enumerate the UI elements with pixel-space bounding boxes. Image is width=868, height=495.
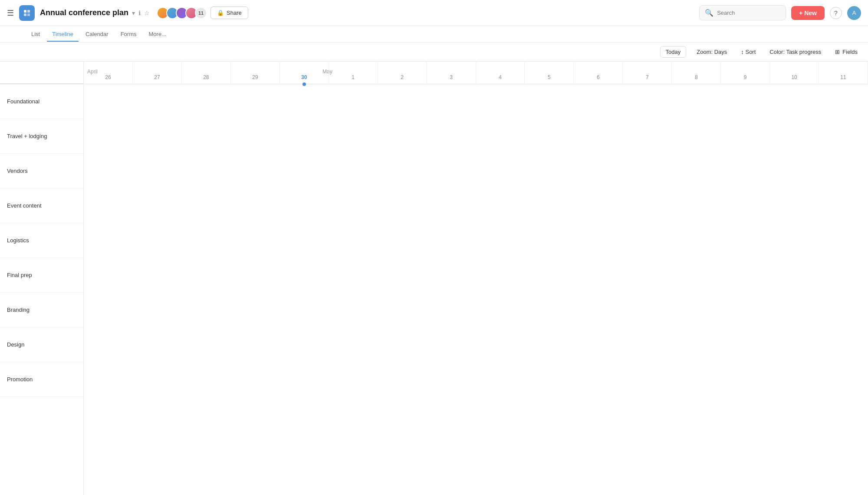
search-box[interactable]: 🔍 <box>699 5 786 20</box>
fields-button[interactable]: ⊞ Fields <box>832 47 861 57</box>
chevron-down-icon[interactable]: ▾ <box>132 10 135 16</box>
star-icon[interactable]: ☆ <box>144 10 150 16</box>
info-icon[interactable]: ℹ <box>138 10 141 16</box>
search-icon: 🔍 <box>705 9 713 17</box>
date-28: 28 <box>182 62 231 84</box>
share-button[interactable]: 🔒 Share <box>210 7 248 19</box>
sidebar-item-event-content: Event content <box>0 188 83 223</box>
sidebar-item-travel: Travel + lodging <box>0 119 83 154</box>
svg-rect-1 <box>27 10 30 13</box>
sort-button[interactable]: ↕ Sort <box>737 47 759 57</box>
help-button[interactable]: ? <box>830 7 842 19</box>
tab-calendar[interactable]: Calendar <box>80 27 114 42</box>
date-3: 3 <box>427 62 476 84</box>
share-label: Share <box>227 10 242 16</box>
timeline-area: April May 26 27 28 29 30 1 2 3 4 5 6 7 8… <box>84 62 868 495</box>
sidebar-item-promotion: Promotion <box>0 362 83 397</box>
sidebar-header <box>0 62 83 84</box>
date-2: 2 <box>378 62 427 84</box>
svg-rect-3 <box>27 13 30 16</box>
title-actions: ▾ ℹ ☆ <box>132 10 150 16</box>
sidebar-item-design: Design <box>0 327 83 362</box>
date-header: April May 26 27 28 29 30 1 2 3 4 5 6 7 8… <box>84 62 868 84</box>
search-input[interactable] <box>717 10 778 16</box>
date-8: 8 <box>672 62 721 84</box>
date-10: 10 <box>770 62 819 84</box>
nav-right: 🔍 + New ? A <box>699 5 861 20</box>
user-avatar[interactable]: A <box>847 6 861 20</box>
tab-more[interactable]: More... <box>144 27 171 42</box>
date-7: 7 <box>623 62 672 84</box>
tab-timeline[interactable]: Timeline <box>47 27 79 42</box>
date-30: 30 <box>280 62 329 84</box>
date-9: 9 <box>721 62 770 84</box>
date-27: 27 <box>133 62 182 84</box>
lock-icon: 🔒 <box>217 10 224 16</box>
collaborators-avatars: 11 <box>157 7 207 19</box>
new-button[interactable]: + New <box>791 6 825 20</box>
new-label: + New <box>799 10 817 16</box>
date-4: 4 <box>476 62 525 84</box>
date-29: 29 <box>231 62 280 84</box>
sidebar-item-vendors: Vendors <box>0 154 83 188</box>
hamburger-icon[interactable]: ☰ <box>7 8 14 18</box>
sidebar: Foundational Travel + lodging Vendors Ev… <box>0 62 84 495</box>
tab-forms[interactable]: Forms <box>115 27 142 42</box>
sidebar-item-logistics: Logistics <box>0 223 83 258</box>
main-content: Foundational Travel + lodging Vendors Ev… <box>0 62 868 495</box>
color-button[interactable]: Color: Task progress <box>766 47 825 57</box>
date-6: 6 <box>574 62 623 84</box>
date-26: 26 <box>84 62 133 84</box>
timeline-toolbar: Today Zoom: Days ↕ Sort Color: Task prog… <box>0 43 868 62</box>
svg-rect-0 <box>24 10 26 13</box>
today-button[interactable]: Today <box>660 46 687 58</box>
sidebar-item-foundational: Foundational <box>0 84 83 119</box>
date-1: 1 <box>329 62 378 84</box>
tab-list[interactable]: List <box>26 27 45 42</box>
fields-icon: ⊞ <box>835 49 840 55</box>
zoom-button[interactable]: Zoom: Days <box>693 47 730 57</box>
svg-rect-2 <box>24 13 26 16</box>
tab-bar: List Timeline Calendar Forms More... <box>0 26 868 43</box>
top-nav: ☰ Annual conference plan ▾ ℹ ☆ 11 🔒 Shar… <box>0 0 868 26</box>
project-title: Annual conference plan <box>40 8 128 17</box>
help-label: ? <box>834 10 838 16</box>
sidebar-item-final-prep: Final prep <box>0 258 83 293</box>
avatar-count: 11 <box>195 7 207 19</box>
sidebar-item-branding: Branding <box>0 293 83 327</box>
app-icon <box>19 5 35 21</box>
date-11: 11 <box>819 62 868 84</box>
date-5: 5 <box>525 62 574 84</box>
